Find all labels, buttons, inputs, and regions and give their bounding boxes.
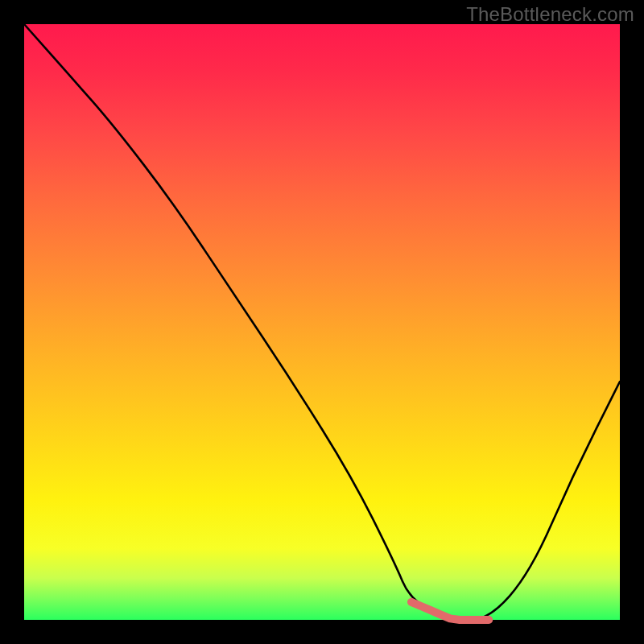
trough-highlight [411,602,489,620]
curve-svg [24,24,620,620]
attribution-label: TheBottleneck.com [466,3,634,26]
chart-container: TheBottleneck.com [0,0,644,644]
plot-area [24,24,620,620]
bottleneck-curve [24,24,620,620]
